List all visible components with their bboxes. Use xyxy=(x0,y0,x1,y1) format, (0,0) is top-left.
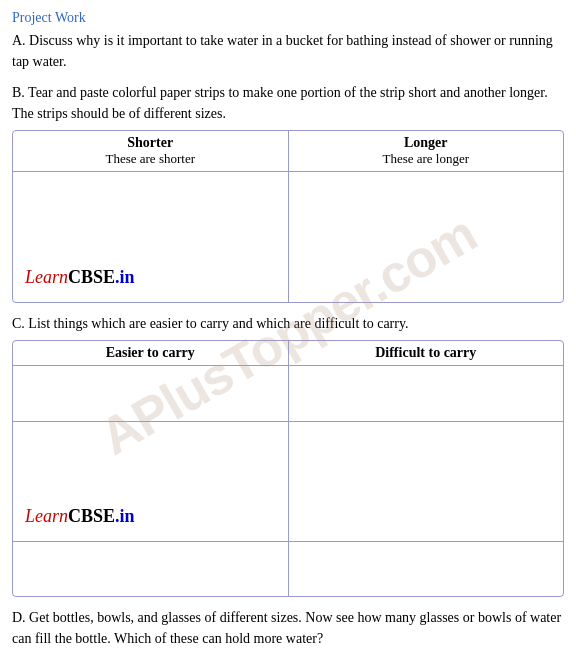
table-c-header-row: Easier to carry Difficult to carry xyxy=(13,341,563,366)
table-b-col2-header: Longer These are longer xyxy=(289,131,564,171)
table-b-cell-left: LearnCBSE.in xyxy=(13,172,289,302)
table-c-row1-col2 xyxy=(289,366,564,421)
table-b-cell-right xyxy=(289,172,564,302)
shorter-longer-table: Shorter These are shorter Longer These a… xyxy=(12,130,564,303)
table-c-row3-col1 xyxy=(13,542,289,596)
table-c-col1-header: Easier to carry xyxy=(13,341,289,365)
table-c-row2-col2 xyxy=(289,422,564,541)
table-b-col1-header: Shorter These are shorter xyxy=(13,131,289,171)
question-c-text: C. List things which are easier to carry… xyxy=(12,313,564,334)
table-c-row2: LearnCBSE.in xyxy=(13,421,563,541)
table-c-row3-col2 xyxy=(289,542,564,596)
question-a-block: A. Discuss why is it important to take w… xyxy=(12,30,564,72)
question-b-text: B. Tear and paste colorful paper strips … xyxy=(12,82,564,124)
project-title: Project Work xyxy=(12,10,564,26)
question-d-text: D. Get bottles, bowls, and glasses of di… xyxy=(12,607,564,649)
question-c-block: C. List things which are easier to carry… xyxy=(12,313,564,597)
table-b-header-row: Shorter These are shorter Longer These a… xyxy=(13,131,563,172)
learn-cbse-logo-2: LearnCBSE.in xyxy=(25,506,135,527)
table-c-row3 xyxy=(13,541,563,596)
question-d-block: D. Get bottles, bowls, and glasses of di… xyxy=(12,607,564,649)
table-c-col2-header: Difficult to carry xyxy=(289,341,564,365)
table-c-row2-col1: LearnCBSE.in xyxy=(13,422,289,541)
table-c-row1-col1 xyxy=(13,366,289,421)
table-c-row1 xyxy=(13,366,563,421)
table-b-col1-sub: These are shorter xyxy=(19,151,282,167)
table-b-body-row: LearnCBSE.in xyxy=(13,172,563,302)
learn-cbse-logo: LearnCBSE.in xyxy=(25,267,135,288)
easier-difficult-table: Easier to carry Difficult to carry Learn… xyxy=(12,340,564,597)
question-a-text: A. Discuss why is it important to take w… xyxy=(12,30,564,72)
question-b-block: B. Tear and paste colorful paper strips … xyxy=(12,82,564,303)
table-b-col2-sub: These are longer xyxy=(295,151,558,167)
